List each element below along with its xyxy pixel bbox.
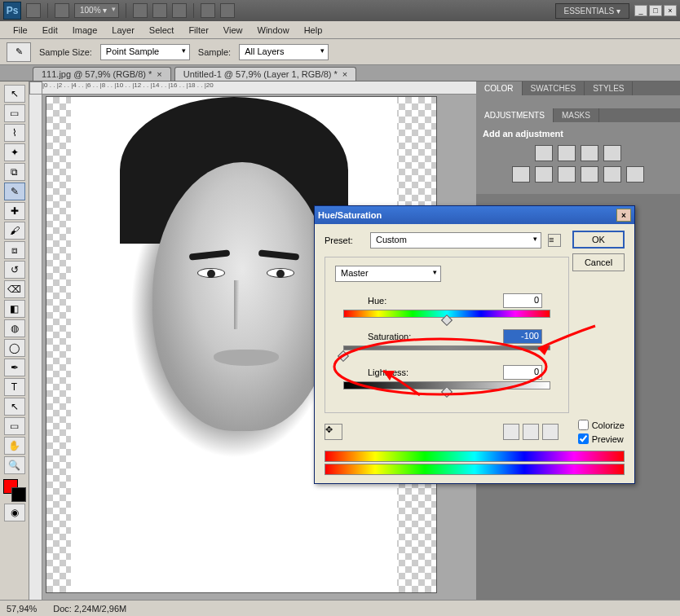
- quickmask-toggle[interactable]: ◉: [4, 504, 25, 521]
- preset-label: Preset:: [325, 235, 364, 245]
- dialog-title: Hue/Saturation: [318, 210, 382, 220]
- levels-icon[interactable]: [558, 145, 576, 161]
- menu-select[interactable]: Select: [143, 24, 181, 37]
- eyedropper-tool[interactable]: ✎: [4, 183, 25, 200]
- scrub-icon[interactable]: ✥: [325, 424, 342, 440]
- dialog-close-button[interactable]: ×: [616, 209, 631, 222]
- saturation-input[interactable]: -100: [503, 329, 542, 344]
- brush-tool[interactable]: 🖌: [4, 222, 25, 240]
- color-balance-icon[interactable]: [558, 166, 576, 183]
- colorize-checkbox[interactable]: Colorize: [578, 420, 625, 430]
- lightness-slider[interactable]: [343, 381, 550, 391]
- saturation-label: Saturation:: [368, 332, 503, 341]
- blur-tool[interactable]: ◍: [4, 319, 25, 337]
- curves-icon[interactable]: [581, 145, 598, 161]
- doc-tab[interactable]: 111.jpg @ 57,9% (RGB/8) *×: [33, 67, 171, 81]
- cancel-button[interactable]: Cancel: [572, 253, 625, 271]
- color-swatches[interactable]: [3, 479, 26, 502]
- bw-icon[interactable]: [581, 166, 598, 183]
- masks-tab[interactable]: MASKS: [554, 108, 599, 122]
- eyedropper-icon[interactable]: [503, 424, 519, 440]
- photo-filter-icon[interactable]: [603, 166, 621, 183]
- doc-size-readout: Doc: 2,24M/2,96M: [53, 604, 126, 614]
- screen-mode-icon[interactable]: [220, 3, 235, 18]
- tab-close-icon[interactable]: ×: [157, 69, 161, 79]
- marquee-tool[interactable]: ▭: [4, 104, 25, 122]
- move-tool[interactable]: ↖: [4, 85, 25, 103]
- zoom-tool[interactable]: 🔍: [4, 456, 25, 474]
- stamp-tool[interactable]: ⧈: [4, 241, 25, 259]
- hand-icon[interactable]: [133, 3, 148, 18]
- dialog-titlebar[interactable]: Hue/Saturation ×: [315, 206, 634, 224]
- eyedropper-add-icon[interactable]: [523, 424, 539, 440]
- type-tool[interactable]: T: [4, 378, 25, 396]
- ruler-corner: [29, 81, 42, 95]
- menu-bar: File Edit Image Layer Select Filter View…: [0, 21, 680, 39]
- hue-label: Hue:: [368, 296, 503, 306]
- eraser-tool[interactable]: ⌫: [4, 280, 25, 298]
- shape-tool[interactable]: ▭: [4, 417, 25, 435]
- gradient-tool[interactable]: ◧: [4, 300, 25, 318]
- extras-icon[interactable]: [55, 3, 69, 18]
- exposure-icon[interactable]: [603, 145, 621, 161]
- zoom-readout[interactable]: 57,94%: [7, 604, 37, 614]
- pen-tool[interactable]: ✒: [4, 359, 25, 376]
- hue-slider[interactable]: [343, 310, 550, 319]
- spectrum-top: [325, 451, 625, 462]
- hue-sat-icon[interactable]: [535, 166, 553, 183]
- workspace-switcher[interactable]: ESSENTIALS ▾: [555, 3, 629, 19]
- background-color[interactable]: [11, 487, 26, 502]
- saturation-slider[interactable]: [343, 345, 550, 355]
- preview-checkbox[interactable]: Preview: [578, 433, 625, 444]
- preset-menu-icon[interactable]: ≡: [548, 234, 561, 247]
- sample-combo[interactable]: All Layers: [239, 44, 329, 60]
- zoom-icon[interactable]: [152, 3, 167, 18]
- menu-layer[interactable]: Layer: [105, 24, 141, 37]
- menu-image[interactable]: Image: [66, 24, 104, 37]
- menu-view[interactable]: View: [217, 24, 249, 37]
- history-brush-tool[interactable]: ↺: [4, 261, 25, 279]
- adjustments-tab[interactable]: ADJUSTMENTS: [476, 108, 554, 122]
- channel-mixer-icon[interactable]: [626, 166, 644, 183]
- app-titlebar: Ps 100% ▾ ESSENTIALS ▾ _ □ ×: [0, 0, 680, 21]
- maximize-button[interactable]: □: [649, 5, 662, 16]
- wand-tool[interactable]: ✦: [4, 143, 25, 161]
- tab-close-icon[interactable]: ×: [342, 69, 347, 79]
- doc-tab[interactable]: Untitled-1 @ 57,9% (Layer 1, RGB/8) *×: [174, 67, 357, 81]
- rotate-icon[interactable]: [172, 3, 187, 18]
- current-tool-icon[interactable]: ✎: [7, 42, 31, 62]
- brightness-icon[interactable]: [535, 145, 553, 161]
- arrange-icon[interactable]: [201, 3, 215, 18]
- lightness-input[interactable]: 0: [503, 365, 542, 380]
- hue-input[interactable]: 0: [503, 293, 542, 308]
- ruler-vertical: [29, 95, 42, 600]
- menu-help[interactable]: Help: [298, 24, 329, 37]
- ok-button[interactable]: OK: [572, 231, 625, 249]
- adjustments-heading: Add an adjustment: [483, 129, 673, 139]
- menu-edit[interactable]: Edit: [36, 24, 64, 37]
- styles-tab[interactable]: STYLES: [585, 81, 633, 95]
- heal-tool[interactable]: ✚: [4, 202, 25, 220]
- swatches-tab[interactable]: SWATCHES: [523, 81, 585, 95]
- hue-saturation-dialog: Hue/Saturation × OK Cancel Preset: Custo…: [314, 205, 635, 484]
- sample-size-combo[interactable]: Point Sample: [100, 44, 190, 60]
- hand-tool[interactable]: ✋: [4, 437, 25, 455]
- vibrance-icon[interactable]: [512, 166, 530, 183]
- crop-tool[interactable]: ⧉: [4, 163, 25, 181]
- lasso-tool[interactable]: ⌇: [4, 124, 25, 142]
- bridge-icon[interactable]: [26, 3, 41, 18]
- channel-combo[interactable]: Master: [335, 266, 441, 282]
- zoom-combo[interactable]: 100% ▾: [74, 3, 119, 18]
- minimize-button[interactable]: _: [634, 5, 647, 16]
- dodge-tool[interactable]: ◯: [4, 339, 25, 357]
- eyedropper-sub-icon[interactable]: [542, 424, 559, 440]
- menu-window[interactable]: Window: [251, 24, 296, 37]
- document-tabs: 111.jpg @ 57,9% (RGB/8) *× Untitled-1 @ …: [0, 65, 680, 81]
- preset-combo[interactable]: Custom: [370, 232, 541, 249]
- color-tab[interactable]: COLOR: [476, 81, 523, 95]
- close-button[interactable]: ×: [664, 5, 677, 16]
- menu-filter[interactable]: Filter: [182, 24, 214, 37]
- options-bar: ✎ Sample Size: Point Sample Sample: All …: [0, 39, 680, 65]
- menu-file[interactable]: File: [7, 24, 34, 37]
- path-select-tool[interactable]: ↖: [4, 398, 25, 416]
